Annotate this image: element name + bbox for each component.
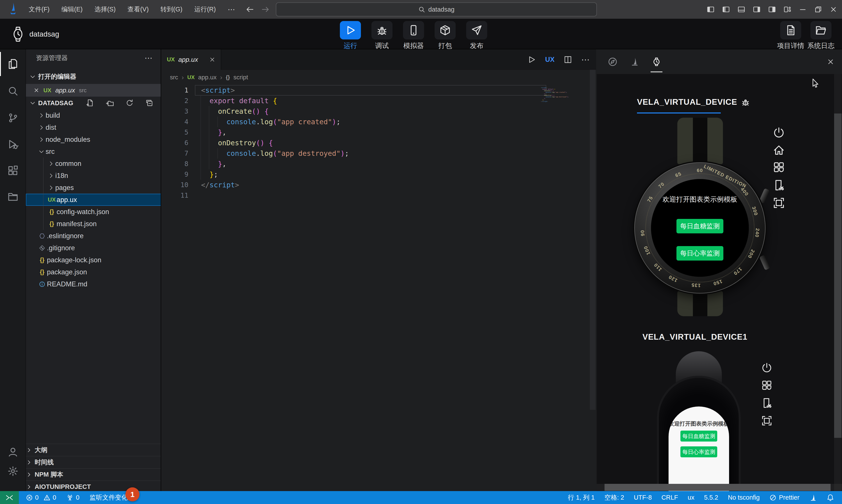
- device2-screenshot-icon[interactable]: [761, 397, 772, 409]
- new-folder-icon[interactable]: [106, 99, 114, 107]
- device1-title[interactable]: VELA_VIRTUAL_DEVICE: [637, 97, 750, 107]
- layout-sidebar-right-button[interactable]: [749, 0, 765, 19]
- device2-app-grid-icon[interactable]: [761, 380, 772, 391]
- breadcrumb[interactable]: src› UX app.ux› {} script: [170, 70, 248, 85]
- panel-tab-sail-icon[interactable]: [627, 49, 642, 74]
- tree-item-i18n[interactable]: i18n: [26, 169, 161, 182]
- split-editor-icon[interactable]: [564, 55, 572, 64]
- refresh-icon[interactable]: [126, 99, 134, 107]
- sail-status-icon[interactable]: [809, 494, 817, 502]
- blood-sugar-button[interactable]: 每日血糖监测: [677, 219, 723, 233]
- tree-item-manifest-json[interactable]: {}manifest.json: [26, 218, 161, 230]
- tree-item-build[interactable]: build: [26, 109, 161, 121]
- activity-run-debug-icon[interactable]: [0, 132, 26, 156]
- open-editors-header[interactable]: 打开的编辑器: [26, 70, 161, 83]
- panel-vertical-scrollbar[interactable]: [834, 74, 842, 491]
- layout-customize-button[interactable]: [780, 0, 795, 19]
- more-actions-icon[interactable]: ⋯: [581, 55, 590, 65]
- menu-item-4[interactable]: 转到(G): [155, 3, 188, 16]
- code-line-9[interactable]: 9 };: [162, 169, 550, 180]
- notification-badge[interactable]: 1: [125, 487, 139, 501]
- layout-sidebar-right-filled-button[interactable]: [765, 0, 780, 19]
- tree-item-dist[interactable]: dist: [26, 121, 161, 133]
- close-button[interactable]: [826, 0, 841, 19]
- blood-sugar-button[interactable]: 每日血糖监测: [680, 431, 717, 442]
- formatter-status[interactable]: Prettier: [769, 494, 800, 501]
- indent-setting[interactable]: 空格: 2: [604, 493, 624, 502]
- code-line-1[interactable]: 1<script>: [162, 85, 550, 95]
- ux-preview-button[interactable]: UX: [545, 56, 555, 64]
- tab-close-icon[interactable]: [209, 56, 215, 63]
- panel-close-icon[interactable]: [827, 49, 835, 74]
- back-icon[interactable]: [246, 5, 255, 14]
- section-3[interactable]: AIOTUNIPROJECT: [26, 481, 161, 491]
- code-line-6[interactable]: 6 onDestroy() {: [162, 138, 550, 148]
- editor-scrollbar[interactable]: [590, 70, 596, 410]
- minimize-button[interactable]: [795, 0, 810, 19]
- tree-item--eslintignore[interactable]: .eslintignore: [26, 230, 161, 242]
- layout-sidebar-left-filled-button[interactable]: [703, 0, 718, 19]
- toolbar-send-button[interactable]: 发布: [466, 21, 488, 50]
- cursor-position[interactable]: 行 1, 列 1: [568, 493, 595, 502]
- code-line-11[interactable]: 11: [162, 190, 550, 201]
- tree-item--gitignore[interactable]: .gitignore: [26, 242, 161, 254]
- tree-item-package-json[interactable]: {}package.json: [26, 266, 161, 278]
- code-line-5[interactable]: 5 },: [162, 127, 550, 138]
- menu-more[interactable]: ⋯: [222, 3, 241, 16]
- menu-item-2[interactable]: 选择(S): [89, 3, 122, 16]
- toolbar-folder-log-button[interactable]: 系统日志: [810, 21, 832, 50]
- minimap[interactable]: <script> export default { onCreate() { c…: [541, 87, 568, 104]
- watch-device-screen[interactable]: 6065707590100110120135150170200240300400…: [634, 162, 766, 293]
- forward-icon[interactable]: [261, 5, 270, 14]
- device1-screenshot-icon[interactable]: [773, 179, 785, 191]
- code-line-8[interactable]: 8 },: [162, 159, 550, 169]
- band-app-screen[interactable]: 欢迎打开图表类示例模板 每日血糖监测 每日心率监测: [669, 407, 729, 491]
- tree-item-app-ux[interactable]: UXapp.ux: [26, 194, 161, 206]
- toolbar-phone-button[interactable]: 模拟器: [403, 21, 424, 50]
- section-2[interactable]: NPM 脚本: [26, 468, 161, 481]
- tree-item-README-md[interactable]: README.md: [26, 278, 161, 290]
- tree-item-pages[interactable]: pages: [26, 182, 161, 194]
- section-1[interactable]: 时间线: [26, 456, 161, 468]
- tree-item-common[interactable]: common: [26, 158, 161, 169]
- layout-sidebar-left-button[interactable]: [718, 0, 734, 19]
- open-editor-item[interactable]: UX app.ux src: [26, 84, 161, 97]
- version-label[interactable]: 5.5.2: [704, 494, 718, 501]
- activity-search-icon[interactable]: [0, 79, 26, 103]
- toolbar-package-button[interactable]: 打包: [434, 21, 456, 50]
- tree-item-src[interactable]: src: [26, 145, 161, 158]
- problems-indicator[interactable]: 0 0: [26, 494, 56, 501]
- menu-item-5[interactable]: 运行(R): [188, 3, 222, 16]
- restore-button[interactable]: [810, 0, 826, 19]
- encoding[interactable]: UTF-8: [634, 494, 652, 501]
- code-line-4[interactable]: 4 console.log("app created");: [162, 116, 550, 127]
- tsconfig-status[interactable]: No tsconfig: [728, 494, 759, 501]
- watch-app-screen[interactable]: 欢迎打开图表类示例模板 每日血糖监测 每日心率监测: [651, 179, 749, 277]
- device1-fullscreen-frame-icon[interactable]: [773, 197, 785, 209]
- panel-tab-compass-icon[interactable]: [606, 49, 620, 74]
- section-0[interactable]: 大纲: [26, 444, 161, 456]
- ports-indicator[interactable]: 0: [66, 494, 80, 501]
- menu-item-3[interactable]: 查看(V): [122, 3, 155, 16]
- sidebar-more-icon[interactable]: ⋯: [144, 53, 153, 63]
- activity-explorer-icon[interactable]: [0, 52, 26, 76]
- device2-fullscreen-frame-icon[interactable]: [761, 415, 772, 426]
- heart-rate-button[interactable]: 每日心率监测: [680, 446, 717, 457]
- code-line-10[interactable]: 10</script>: [162, 180, 550, 190]
- activity-settings-gear-icon[interactable]: [0, 459, 26, 483]
- toolbar-bug-button[interactable]: 调试: [371, 21, 393, 50]
- command-search-box[interactable]: datadsag: [276, 2, 597, 16]
- code-area[interactable]: 1<script>2 export default {3 onCreate() …: [162, 85, 596, 491]
- panel-horizontal-scrollbar[interactable]: [597, 484, 842, 491]
- tree-item-node-modules[interactable]: node_modules: [26, 133, 161, 145]
- layout-panel-bottom-button[interactable]: [734, 0, 749, 19]
- code-line-3[interactable]: 3 onCreate() {: [162, 106, 550, 116]
- device2-title[interactable]: VELA_VIRTUAL_DEVICE1: [643, 332, 748, 342]
- new-file-icon[interactable]: [86, 99, 94, 107]
- tree-item-package-lock-json[interactable]: {}package-lock.json: [26, 254, 161, 266]
- menu-item-0[interactable]: 文件(F): [23, 3, 55, 16]
- menu-item-1[interactable]: 编辑(E): [55, 3, 89, 16]
- project-root-header[interactable]: DATADSAG: [26, 97, 161, 109]
- remote-indicator[interactable]: [0, 491, 19, 504]
- device2-power-icon[interactable]: [761, 362, 772, 373]
